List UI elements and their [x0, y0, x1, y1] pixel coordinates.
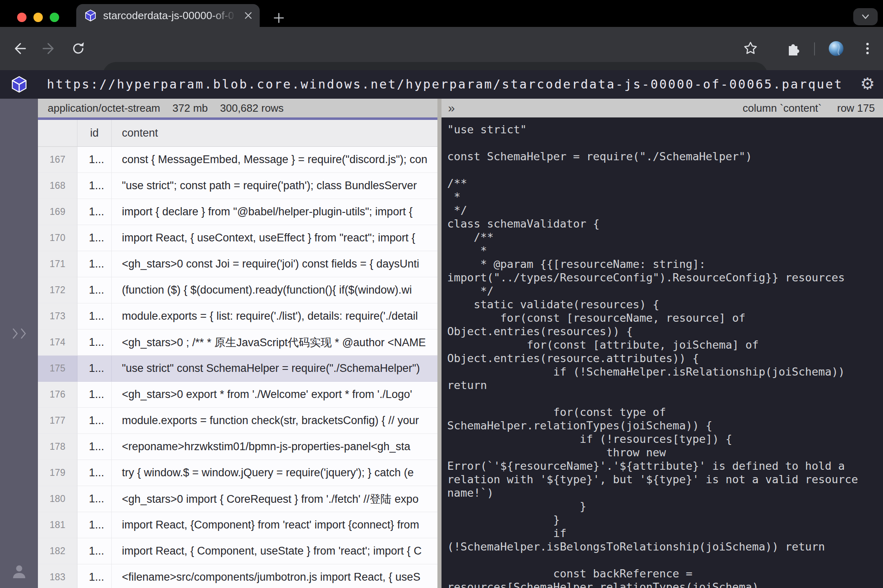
favicon-cube-icon: [84, 9, 97, 22]
cell-content[interactable]: import React, { Component, useState } fr…: [112, 538, 437, 564]
extensions-icon[interactable]: [785, 40, 801, 57]
minimize-window-button[interactable]: [33, 13, 43, 22]
browser-menu-icon[interactable]: [859, 40, 876, 57]
settings-gear-icon[interactable]: ⚙: [860, 70, 875, 99]
row-number: 177: [38, 408, 77, 434]
table-row[interactable]: 1721...(function ($) { $(document).ready…: [38, 277, 437, 303]
table-row[interactable]: 1731...module.exports = { list: require(…: [38, 303, 437, 329]
table-row[interactable]: 1681..."use strict"; const path = requir…: [38, 173, 437, 199]
cell-id[interactable]: 1...: [77, 408, 112, 434]
cell-content[interactable]: try { window.$ = window.jQuery = require…: [112, 460, 437, 486]
cell-content[interactable]: <filename>src/components/jumbotron.js im…: [112, 564, 437, 588]
cell-content[interactable]: <gh_stars>0 export * from './Welcome' ex…: [112, 382, 437, 408]
hyperparam-logo-icon[interactable]: [11, 76, 28, 93]
file-size: 372 mb: [172, 102, 208, 115]
close-window-button[interactable]: [17, 13, 26, 22]
cell-id[interactable]: 1...: [77, 199, 112, 225]
cell-content[interactable]: module.exports = { list: require('./list…: [112, 303, 437, 329]
file-meta-bar: application/octet-stream 372 mb 300,682 …: [38, 99, 437, 117]
cell-id[interactable]: 1...: [77, 329, 112, 356]
table-row[interactable]: 1711...<gh_stars>0 const Joi = require('…: [38, 251, 437, 277]
tab-search-button[interactable]: [853, 8, 878, 25]
row-number: 183: [38, 564, 77, 588]
table-row[interactable]: 1701...import React, { useContext, useEf…: [38, 225, 437, 251]
table-row[interactable]: 1811...import React, {Component} from 'r…: [38, 512, 437, 538]
cell-id[interactable]: 1...: [77, 382, 112, 408]
collapse-panel-icon[interactable]: »: [448, 99, 455, 117]
row-number: 167: [38, 147, 77, 173]
table-row[interactable]: 1741...<gh_stars>0 ; /** * 原生JavaScript代…: [38, 329, 437, 356]
cell-id[interactable]: 1...: [77, 512, 112, 538]
bookmark-star-icon[interactable]: [743, 40, 758, 56]
cell-content[interactable]: import React, {Component} from 'react' i…: [112, 512, 437, 538]
table-row[interactable]: 1751..."use strict" const SchemaHelper =…: [38, 356, 437, 382]
window-controls: [17, 13, 59, 22]
panel-column-label: column `content`: [743, 102, 822, 115]
code-block: "use strict" const SchemaHelper = requir…: [442, 117, 883, 588]
cell-content[interactable]: import React, { useContext, useEffect } …: [112, 225, 437, 251]
cell-content[interactable]: <reponame>hrzwkstim01/bpmn-js-properties…: [112, 434, 437, 460]
user-profile-icon[interactable]: [11, 564, 27, 579]
cell-content[interactable]: (function ($) { $(document).ready(functi…: [112, 277, 437, 303]
panel-divider[interactable]: [437, 99, 442, 588]
header-content-column[interactable]: content: [112, 120, 437, 146]
cell-content[interactable]: <gh_stars>0 import { CoreRequest } from …: [112, 486, 437, 512]
row-number: 174: [38, 329, 77, 356]
table-row[interactable]: 1831...<filename>src/components/jumbotro…: [38, 564, 437, 588]
profile-avatar[interactable]: [828, 40, 844, 57]
cell-content[interactable]: const { MessageEmbed, Message } = requir…: [112, 147, 437, 173]
row-number: 180: [38, 486, 77, 512]
row-count: 300,682 rows: [220, 102, 284, 115]
toolbar-separator: [814, 42, 815, 56]
table-row[interactable]: 1781...<reponame>hrzwkstim01/bpmn-js-pro…: [38, 434, 437, 460]
cell-id[interactable]: 1...: [77, 277, 112, 303]
row-number: 176: [38, 382, 77, 408]
cell-id[interactable]: 1...: [77, 356, 112, 382]
cell-content[interactable]: module.exports = function check(str, bra…: [112, 408, 437, 434]
cell-id[interactable]: 1...: [77, 486, 112, 512]
table-row[interactable]: 1791...try { window.$ = window.jQuery = …: [38, 460, 437, 486]
cell-content[interactable]: "use strict" const SchemaHelper = requir…: [112, 356, 437, 382]
expand-sidebar-icon[interactable]: [11, 325, 29, 342]
table-row[interactable]: 1801...<gh_stars>0 import { CoreRequest …: [38, 486, 437, 512]
back-button[interactable]: [11, 40, 28, 57]
browser-toolbar: hyperparam.app/files?key=https://hyperpa…: [0, 27, 883, 70]
cell-content[interactable]: import { declare } from "@babel/helper-p…: [112, 199, 437, 225]
new-tab-button[interactable]: [272, 11, 285, 24]
cell-content[interactable]: <gh_stars>0 const Joi = require('joi') c…: [112, 251, 437, 277]
cell-id[interactable]: 1...: [77, 538, 112, 564]
cell-id[interactable]: 1...: [77, 564, 112, 588]
row-number: 168: [38, 173, 77, 199]
detail-panel-header: » column `content` row 175: [442, 99, 883, 117]
header-id-column[interactable]: id: [77, 120, 112, 146]
table-row[interactable]: 1821...import React, { Component, useSta…: [38, 538, 437, 564]
table-row[interactable]: 1761...<gh_stars>0 export * from './Welc…: [38, 382, 437, 408]
screen: starcoderdata-js-00000-of-0: [0, 0, 883, 588]
row-number: 175: [38, 356, 77, 382]
row-number: 181: [38, 512, 77, 538]
cell-id[interactable]: 1...: [77, 147, 112, 173]
cell-content[interactable]: <gh_stars>0 ; /** * 原生JavaScript代码实现 * @…: [112, 329, 437, 356]
row-number: 172: [38, 277, 77, 303]
cell-id[interactable]: 1...: [77, 303, 112, 329]
zoom-window-button[interactable]: [50, 13, 59, 22]
cell-id[interactable]: 1...: [77, 225, 112, 251]
forward-button[interactable]: [41, 40, 57, 57]
cell-detail-view[interactable]: "use strict" const SchemaHelper = requir…: [442, 117, 883, 588]
cell-id[interactable]: 1...: [77, 460, 112, 486]
cell-id[interactable]: 1...: [77, 434, 112, 460]
cell-id[interactable]: 1...: [77, 173, 112, 199]
row-number: 182: [38, 538, 77, 564]
row-number: 170: [38, 225, 77, 251]
table-row[interactable]: 1671...const { MessageEmbed, Message } =…: [38, 147, 437, 173]
cell-id[interactable]: 1...: [77, 251, 112, 277]
cell-content[interactable]: "use strict"; const path = require('path…: [112, 173, 437, 199]
detail-panel: » column `content` row 175 "use strict" …: [442, 99, 883, 588]
tab-close-icon[interactable]: [243, 11, 253, 20]
table-row[interactable]: 1771...module.exports = function check(s…: [38, 408, 437, 434]
file-url-text[interactable]: https://hyperparam.blob.core.windows.net…: [47, 70, 843, 99]
reload-button[interactable]: [70, 40, 86, 57]
mime-type: application/octet-stream: [48, 102, 160, 115]
browser-tab[interactable]: starcoderdata-js-00000-of-0: [76, 4, 260, 27]
table-row[interactable]: 1691...import { declare } from "@babel/h…: [38, 199, 437, 225]
